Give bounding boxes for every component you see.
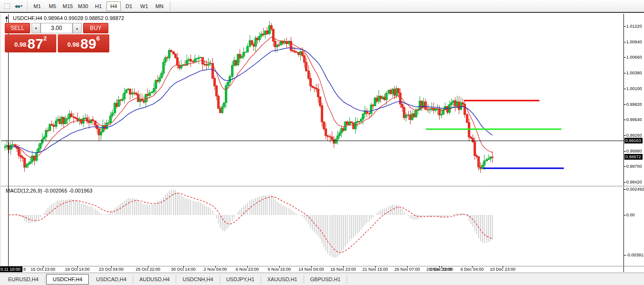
price-tick-label: 0.98980 (626, 149, 642, 153)
time-tick-label: 9 Nov 15:00 (268, 267, 291, 272)
timeframe-button-m15[interactable]: M15 (61, 1, 75, 11)
cursor-arrow-stem (6, 18, 7, 22)
volume-input[interactable]: 3.00 (41, 23, 73, 33)
symbol-tab-usdjpy[interactable]: USDJPY,H1 (220, 275, 261, 284)
symbols-glyph: ◆◆ (15, 4, 20, 9)
time-tick-label: 3 Dec 15:00 (430, 267, 454, 272)
one-click-trade-panel: SELL ▼ 3.00 ▲ BUY 0.98 87 2 0.98 89 6 (5, 23, 109, 52)
time-tick-label: 2 Nov 04:00 (204, 267, 227, 272)
symbol-tab-gbpusd[interactable]: GBPUSD,H1 (304, 275, 348, 284)
toolbar-separator (27, 1, 28, 11)
timeframe-button-h4[interactable]: H4 (106, 1, 121, 11)
price-tick-label: 0.99260 (626, 133, 642, 138)
time-tick-label: 16 Nov 23:00 (330, 267, 356, 272)
top-toolbar: ◆◆▾ M1M5M15M30H1H4D1W1MN (0, 0, 644, 13)
application-window: ◆◆▾ M1M5M15M30H1H4D1W1MN ▲ USDCHF,H4 0.9… (0, 0, 644, 285)
toolbar-end-separator (170, 1, 170, 11)
time-tick-label: 10 Dec 23:00 (490, 267, 516, 272)
symbol-tab-bar: EURUSD,H4USDCHF,H4USDCAD,H4AUDUSD,H4USDC… (0, 273, 644, 285)
time-tick-label: 6 Nov 23:00 (236, 267, 259, 272)
sell-button[interactable]: SELL (5, 23, 30, 33)
chart-window-icon[interactable] (3, 2, 11, 10)
price-tick-label: 0.99540 (626, 117, 642, 122)
time-tick-label: 23 Oct 04:00 (99, 267, 124, 272)
trade-panel-prices: 0.98 87 2 0.98 89 6 (5, 34, 109, 52)
time-tick-label: 14 Nov 04:00 (298, 267, 324, 272)
time-tick-label: 30 Oct 14:00 (171, 267, 196, 272)
price-highlight-label: 0.98872 (624, 154, 643, 160)
sell-price-small: 0.98 (14, 39, 26, 51)
symbol-tab-audusd[interactable]: AUDUSD,H4 (133, 275, 177, 284)
timeframe-button-group: M1M5M15M30H1H4D1W1MN (30, 1, 167, 11)
timeframe-button-w1[interactable]: W1 (137, 1, 151, 11)
volume-increase-button[interactable]: ▲ (73, 23, 82, 33)
timeframe-button-m5[interactable]: M5 (45, 1, 60, 11)
ohlc-header: USDCHF,H4 0.98964 0.99028 0.98852 0.9887… (13, 15, 124, 21)
macd-tick-label: 0.002492 (626, 187, 644, 192)
trade-panel-controls: SELL ▼ 3.00 ▲ BUY (5, 23, 109, 33)
buy-price-display[interactable]: 0.98 89 6 (58, 34, 109, 52)
timeframe-button-h1[interactable]: H1 (91, 1, 106, 11)
sell-price-display[interactable]: 0.98 87 2 (5, 34, 56, 52)
timeframe-button-d1[interactable]: D1 (122, 1, 136, 11)
symbol-tab-eurusd[interactable]: EURUSD,H4 (2, 275, 45, 284)
buy-button[interactable]: BUY (83, 23, 108, 33)
price-tick-label: 1.01220 (626, 24, 642, 29)
time-tick-label: 21 Nov 15:00 (362, 267, 388, 272)
crosshair-time-label: 0.11 10:00 (0, 266, 22, 272)
timeframe-button-m1[interactable]: M1 (30, 1, 44, 11)
time-tick-label: 15 Oct 23:00 (31, 267, 55, 272)
price-tick-label: 1.00940 (626, 40, 642, 44)
price-tick-label: 1.00660 (626, 55, 642, 60)
buy-price-big: 89 (80, 37, 96, 51)
sell-price-sup: 2 (43, 35, 47, 41)
macd-indicator-label: MACD(12,26,9) -0.002065 -0.001963 (6, 188, 93, 193)
time-tick-label: 6 Dec 04:00 (461, 267, 484, 272)
symbols-icon[interactable]: ◆◆▾ (14, 2, 23, 10)
macd-tick-label: -0.003913 (626, 253, 644, 257)
buy-price-small: 0.98 (67, 39, 79, 51)
timeframe-button-mn[interactable]: MN (152, 1, 167, 11)
price-highlight-label: 0.99163 (624, 138, 643, 143)
time-tick-label: 18 Oct 14:00 (65, 267, 90, 272)
dropdown-caret-icon: ▾ (21, 4, 22, 8)
price-tick-label: 1.00380 (626, 71, 642, 75)
symbol-tab-usdcad[interactable]: USDCAD,H4 (90, 275, 133, 284)
timeframe-button-m30[interactable]: M30 (76, 1, 90, 11)
symbol-tab-usdchf[interactable]: USDCHF,H4 (46, 274, 89, 285)
price-tick-label: 1.00100 (626, 86, 642, 91)
price-tick-label: 0.98420 (626, 180, 642, 184)
chart-window-glyph (4, 3, 10, 9)
price-tick-label: 0.99820 (626, 102, 642, 107)
time-tick-label: 26 Nov 07:00 (394, 267, 420, 272)
macd-tick-label: 0.00 (626, 213, 635, 217)
buy-price-sup: 6 (96, 35, 100, 41)
volume-decrease-button[interactable]: ▼ (32, 23, 41, 33)
sell-price-big: 87 (27, 37, 43, 51)
symbol-tab-xauusd[interactable]: XAUUSD,H1 (261, 275, 304, 284)
symbol-tab-usdcnh[interactable]: USDCNH,H4 (176, 275, 220, 284)
time-tick-label: 25 Oct 22:00 (136, 267, 160, 272)
price-tick-label: 0.98700 (626, 164, 642, 169)
time-tick-fragment: 8 (23, 267, 26, 272)
